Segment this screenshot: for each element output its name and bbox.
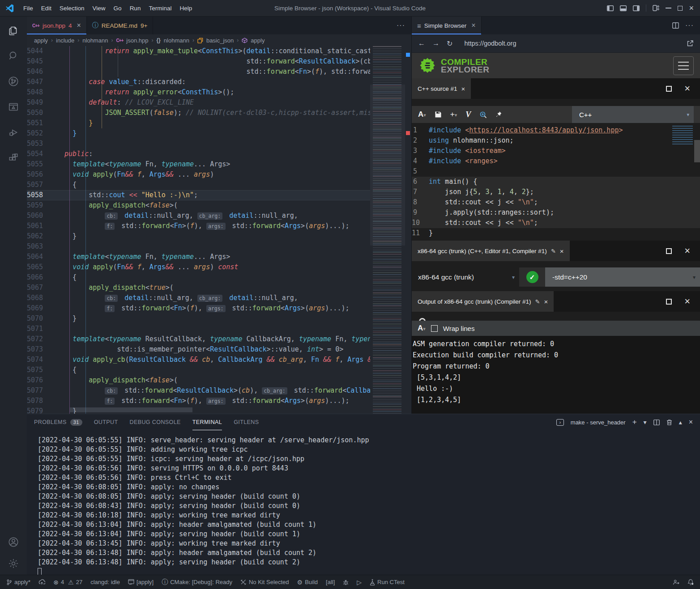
code-line[interactable]: 5052 }: [27, 128, 370, 139]
toggle-panel-icon[interactable]: [620, 5, 627, 11]
breadcrumb-item[interactable]: json.hpp: [126, 37, 148, 44]
tab-readme-md[interactable]: ⓘ README.md 9+: [87, 17, 154, 34]
tab-gitlens[interactable]: GITLENS: [234, 414, 259, 430]
code-line[interactable]: 5075 {: [27, 365, 370, 375]
source-control-icon[interactable]: [8, 76, 19, 87]
cmake-status-item[interactable]: ⓘCMake: [Debug]: Ready: [162, 578, 232, 586]
ce-code-line[interactable]: 10 std::cout << j << "\n";: [412, 218, 700, 228]
tab-simple-browser[interactable]: ≡ Simple Browser ×: [412, 17, 482, 34]
ce-code-line[interactable]: 11}: [412, 228, 700, 238]
compiler-pane-tab[interactable]: x86-64 gcc (trunk) (C++, Editor #1, Comp…: [412, 241, 570, 261]
font-size-icon[interactable]: A▾: [418, 324, 426, 333]
editor-more-actions-icon[interactable]: ···: [397, 21, 405, 30]
code-line[interactable]: 5049 default: // LCOV_EXCL_LINE: [27, 97, 370, 108]
source-pane-tab[interactable]: C++ source #1 ×: [412, 78, 471, 99]
code-editor[interactable]: 5044 return apply_make_tuple<ConstThis>(…: [27, 46, 411, 414]
run-ctest-item[interactable]: Run CTest: [370, 579, 405, 585]
code-line[interactable]: 5051 }: [27, 118, 370, 128]
code-line[interactable]: 5073 std::is_member_pointer<ResultCallba…: [27, 344, 370, 355]
problems-item[interactable]: ⊗4 ⚠27: [53, 579, 82, 586]
code-line[interactable]: 5056 void apply(Fn&& f, Args&& ... args): [27, 169, 370, 180]
code-line[interactable]: 5068 cb: detail::null_arg, cb_arg: detai…: [27, 293, 370, 303]
close-icon[interactable]: ×: [77, 21, 81, 30]
code-line[interactable]: 5078 f: std::forward<Fn>(f), args: std::…: [27, 396, 370, 406]
output-pane-tab[interactable]: Output of x86-64 gcc (trunk) (Compiler #…: [412, 291, 554, 312]
account-icon[interactable]: [8, 536, 19, 548]
toggle-sidebar-icon[interactable]: [607, 5, 614, 11]
menu-go[interactable]: Go: [110, 3, 126, 13]
tab-debug-console[interactable]: DEBUG CONSOLE: [130, 414, 181, 430]
pin-icon[interactable]: [495, 111, 502, 118]
kit-item[interactable]: No Kit Selected: [240, 579, 289, 585]
code-line[interactable]: 5074 void apply_cb(ResultCallback && cb,…: [27, 355, 370, 365]
open-external-icon[interactable]: [687, 40, 694, 47]
tab-problems[interactable]: PROBLEMS 31: [34, 414, 82, 430]
code-line[interactable]: 5047 case value_t::discarded:: [27, 77, 370, 87]
url-input[interactable]: https://godbolt.org: [460, 40, 679, 47]
horizontal-scrollbar[interactable]: [70, 407, 192, 412]
code-line[interactable]: 5060 cb: detail::null_arg, cb_arg: detai…: [27, 211, 370, 221]
split-terminal-icon[interactable]: [653, 420, 660, 425]
tab-json-hpp[interactable]: C++ json.hpp 4 ×: [27, 17, 87, 34]
close-icon[interactable]: ×: [544, 298, 548, 305]
close-window-icon[interactable]: ×: [689, 4, 694, 12]
toggle-secondary-sidebar-icon[interactable]: [633, 5, 640, 11]
vim-mode-icon[interactable]: V: [465, 110, 471, 119]
compiler-select[interactable]: x86-64 gcc (trunk)▾: [412, 273, 519, 281]
code-line[interactable]: 5067 apply_dispatch<true>(: [27, 283, 370, 293]
save-icon[interactable]: [435, 111, 442, 118]
ce-code-line[interactable]: 2using nlohmann::json;: [412, 136, 700, 146]
code-line[interactable]: 5055 template<typename Fn, typename... A…: [27, 159, 370, 169]
minimize-icon[interactable]: [666, 8, 671, 8]
code-line[interactable]: 5046 std::forward<Fn>(f), std::forward<A…: [27, 67, 370, 77]
hamburger-menu-icon[interactable]: [673, 56, 694, 75]
settings-gear-icon[interactable]: [8, 558, 19, 569]
code-line[interactable]: 5069 f: std::forward<Fn>(f), args: std::…: [27, 303, 370, 314]
customize-layout-icon[interactable]: [653, 5, 659, 11]
ce-code-line[interactable]: 3#include <iostream>: [412, 146, 700, 156]
new-terminal-icon[interactable]: +: [632, 418, 637, 427]
code-line[interactable]: 5062 }: [27, 231, 370, 242]
breadcrumb-item[interactable]: apply: [251, 37, 265, 44]
ce-code-line[interactable]: 7 json j{5, 3, 1, 4, 2};: [412, 187, 700, 197]
tab-terminal[interactable]: TERMINAL: [192, 414, 222, 430]
close-panel-icon[interactable]: ×: [689, 418, 693, 426]
browser-more-actions-icon[interactable]: ···: [685, 21, 694, 30]
code-line[interactable]: 5072 template<typename ResultCallback, t…: [27, 334, 370, 344]
ce-wordmark[interactable]: COMPILER EXPLORER: [441, 58, 490, 73]
breadcrumb-item[interactable]: nlohmann: [82, 37, 108, 44]
code-line[interactable]: 5050 JSON_ASSERT(false); // NOLINT(cert-…: [27, 108, 370, 118]
kill-terminal-icon[interactable]: [666, 419, 672, 425]
ce-code-line[interactable]: 1#include <https://localhost:8443/apply/…: [412, 125, 700, 136]
reload-icon[interactable]: ↻: [447, 39, 452, 48]
clangd-status-item[interactable]: clangd: idle: [90, 579, 120, 585]
ce-code-line[interactable]: 8 std::cout << j << "\n";: [412, 197, 700, 208]
debug-item[interactable]: [343, 579, 349, 585]
sync-changes-item[interactable]: [38, 579, 45, 585]
menu-edit[interactable]: Edit: [37, 3, 55, 13]
code-line[interactable]: 5048 return apply_error<ConstThis>();: [27, 87, 370, 97]
split-editor-icon[interactable]: [672, 22, 679, 29]
code-line[interactable]: 5061 f: std::forward<Fn>(f), args: std::…: [27, 221, 370, 231]
ce-source-editor[interactable]: 1#include <https://localhost:8443/apply/…: [412, 123, 700, 241]
code-line[interactable]: 5065 void apply(Fn&& f, Args&& ... args)…: [27, 262, 370, 272]
code-line[interactable]: 5066 {: [27, 272, 370, 283]
search-icon[interactable]: [8, 50, 19, 62]
ce-scrollbar[interactable]: [694, 140, 700, 162]
breadcrumb-item[interactable]: apply: [34, 37, 48, 44]
code-line[interactable]: 5053: [27, 139, 370, 149]
rename-icon[interactable]: ✎: [551, 248, 556, 254]
back-icon[interactable]: ←: [418, 39, 425, 47]
terminal-dropdown-icon[interactable]: ▾: [644, 419, 647, 426]
rename-icon[interactable]: ✎: [535, 298, 540, 305]
minimap-slider[interactable]: [370, 85, 405, 246]
explorer-icon[interactable]: [8, 25, 19, 36]
ce-code-line[interactable]: 9 j.apply(std::ranges::sort);: [412, 208, 700, 218]
code-line[interactable]: 5058 std::cout << "Hello :-)\n";: [27, 190, 370, 200]
maximize-pane-icon[interactable]: [666, 86, 672, 92]
maximize-panel-icon[interactable]: ▴: [679, 419, 682, 426]
code-line[interactable]: 5045 std::forward<ResultCallback>(cb),: [27, 56, 370, 67]
code-line[interactable]: 5054 public:: [27, 149, 370, 159]
code-line[interactable]: 5064 template<typename Fn, typename... A…: [27, 252, 370, 262]
menu-view[interactable]: View: [89, 3, 110, 13]
